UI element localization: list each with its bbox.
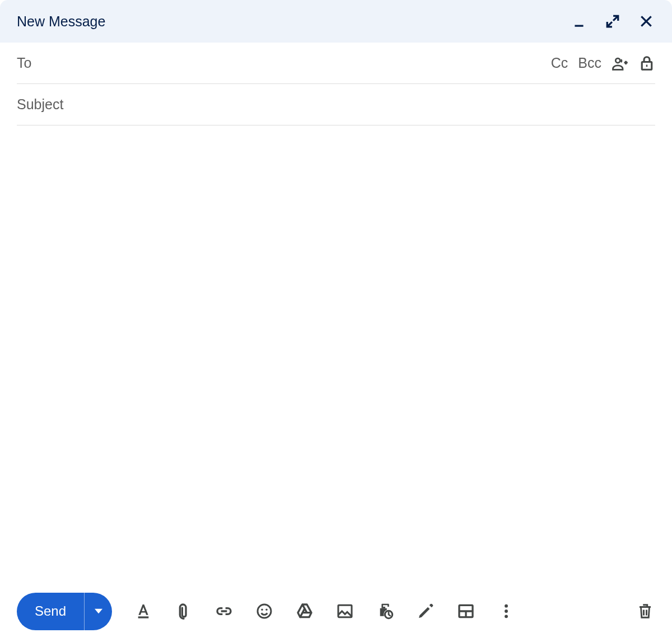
- svg-rect-3: [646, 64, 648, 67]
- svg-point-13: [505, 615, 508, 618]
- attachment-icon: [175, 602, 193, 620]
- compose-body: [0, 125, 672, 580]
- insert-link-button[interactable]: [214, 601, 234, 621]
- add-contacts-button[interactable]: [612, 55, 628, 72]
- insert-emoji-button[interactable]: [254, 601, 274, 621]
- formatting-options-button[interactable]: [133, 601, 153, 621]
- minimize-icon: [572, 14, 586, 29]
- layout-icon: [457, 602, 475, 620]
- to-input[interactable]: [43, 55, 550, 71]
- select-layout-button[interactable]: [456, 601, 476, 621]
- fullscreen-button[interactable]: [604, 12, 622, 30]
- close-icon: [639, 14, 654, 29]
- svg-point-11: [505, 604, 508, 608]
- add-contacts-icon: [612, 55, 628, 72]
- subject-field-row: [17, 84, 655, 125]
- header-actions: [570, 12, 655, 30]
- cc-button[interactable]: Cc: [551, 55, 568, 71]
- confidential-mode-toolbar-button[interactable]: [375, 601, 395, 621]
- text-format-icon: [134, 602, 152, 620]
- subject-input[interactable]: [17, 96, 655, 113]
- compose-header: New Message: [0, 0, 672, 43]
- confidential-icon: [376, 602, 394, 620]
- confidential-mode-button[interactable]: [638, 55, 655, 72]
- insert-drive-button[interactable]: [295, 601, 315, 621]
- minimize-button[interactable]: [570, 12, 588, 30]
- send-options-button[interactable]: [84, 593, 112, 630]
- attach-file-button[interactable]: [174, 601, 194, 621]
- emoji-icon: [255, 602, 273, 620]
- pen-icon: [417, 602, 435, 620]
- more-options-button[interactable]: [496, 601, 516, 621]
- svg-point-5: [258, 604, 271, 618]
- insert-image-button[interactable]: [335, 601, 355, 621]
- send-group: Send: [17, 593, 112, 630]
- trash-icon: [637, 603, 654, 620]
- fullscreen-icon: [605, 14, 620, 29]
- close-button[interactable]: [637, 12, 655, 30]
- svg-point-6: [261, 609, 263, 611]
- bcc-button[interactable]: Bcc: [578, 55, 601, 71]
- svg-rect-0: [575, 25, 583, 27]
- drive-icon: [296, 602, 314, 620]
- body-textarea[interactable]: [17, 137, 655, 569]
- to-actions: Cc Bcc: [551, 55, 655, 72]
- bottom-toolbar: Send: [0, 580, 672, 642]
- more-vertical-icon: [497, 602, 515, 620]
- discard-draft-button[interactable]: [635, 601, 655, 621]
- chevron-down-icon: [95, 607, 102, 615]
- svg-point-1: [615, 58, 620, 63]
- insert-signature-button[interactable]: [416, 601, 436, 621]
- svg-point-12: [505, 610, 508, 613]
- compose-window: New Message To Cc Bcc: [0, 0, 672, 642]
- image-icon: [336, 602, 354, 620]
- svg-point-7: [265, 609, 267, 611]
- link-icon: [215, 602, 233, 620]
- svg-rect-4: [138, 616, 149, 618]
- format-actions: [133, 601, 635, 621]
- to-label: To: [17, 55, 31, 71]
- lock-icon: [638, 55, 655, 72]
- compose-fields: To Cc Bcc: [0, 43, 672, 125]
- send-button[interactable]: Send: [17, 593, 84, 630]
- to-field-row: To Cc Bcc: [17, 43, 655, 84]
- compose-title: New Message: [17, 13, 105, 30]
